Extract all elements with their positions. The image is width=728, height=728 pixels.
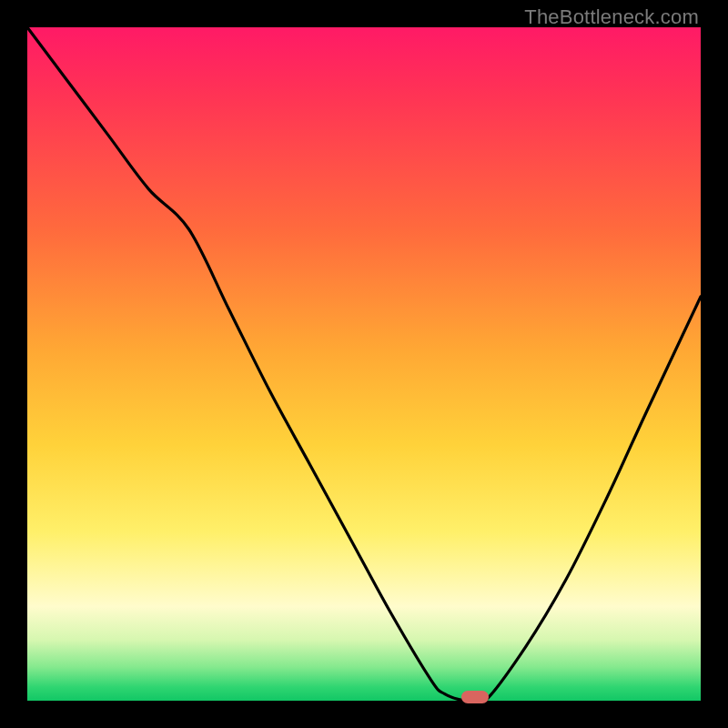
chart-frame: TheBottleneck.com [0, 0, 728, 728]
plot-area [27, 27, 701, 701]
bottleneck-curve [27, 27, 701, 701]
watermark-text: TheBottleneck.com [524, 5, 699, 29]
optimal-point-marker [461, 691, 489, 703]
